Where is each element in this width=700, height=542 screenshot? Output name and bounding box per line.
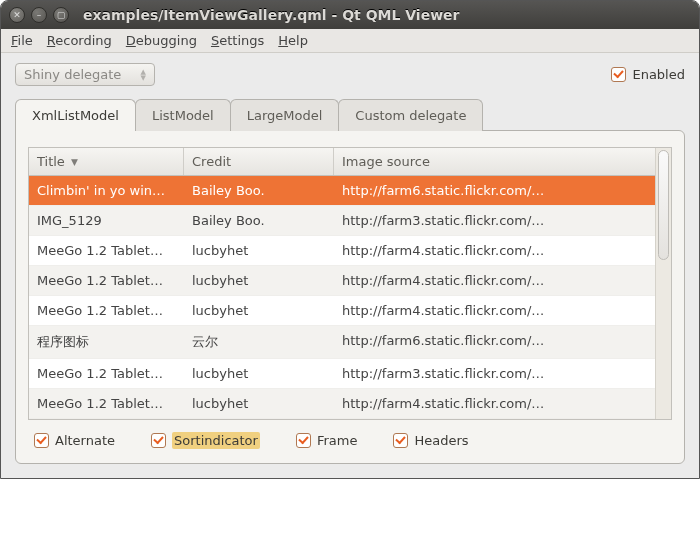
menu-settings[interactable]: Settings xyxy=(211,33,264,48)
tab-largemodel[interactable]: LargeModel xyxy=(230,99,340,131)
check-icon xyxy=(151,433,166,448)
header-credit[interactable]: Credit xyxy=(184,148,334,175)
combobox-arrows-icon: ▲▼ xyxy=(141,69,146,81)
cell-credit: 云尔 xyxy=(184,326,334,358)
menu-recording[interactable]: Recording xyxy=(47,33,112,48)
table-row[interactable]: IMG_5129Bailey Boo.http://farm3.static.f… xyxy=(29,206,655,236)
table-row[interactable]: 程序图标云尔http://farm6.static.flickr.com/… xyxy=(29,326,655,359)
tab-strip: XmlListModel ListModel LargeModel Custom… xyxy=(15,98,685,130)
cell-title: MeeGo 1.2 Tablet… xyxy=(29,359,184,388)
cell-title: IMG_5129 xyxy=(29,206,184,235)
cell-credit: lucbyhet xyxy=(184,359,334,388)
table-row[interactable]: MeeGo 1.2 Tablet…lucbyhethttp://farm4.st… xyxy=(29,389,655,419)
cell-title: MeeGo 1.2 Tablet… xyxy=(29,266,184,295)
cell-credit: lucbyhet xyxy=(184,266,334,295)
app-window: ✕ – ▢ examples/ItemViewGallery.qml - Qt … xyxy=(0,0,700,479)
sort-descending-icon: ▼ xyxy=(71,157,78,167)
cell-title: MeeGo 1.2 Tablet… xyxy=(29,389,184,418)
cell-source: http://farm3.static.flickr.com/… xyxy=(334,206,655,235)
check-icon xyxy=(611,67,626,82)
cell-title: MeeGo 1.2 Tablet… xyxy=(29,236,184,265)
window-close-button[interactable]: ✕ xyxy=(9,7,25,23)
cell-source: http://farm6.static.flickr.com/… xyxy=(334,176,655,205)
cell-credit: Bailey Boo. xyxy=(184,176,334,205)
check-icon xyxy=(393,433,408,448)
table-row[interactable]: Climbin' in yo win…Bailey Boo.http://far… xyxy=(29,176,655,206)
tab-pane: Title ▼ Credit Image source Climbin' in … xyxy=(15,130,685,464)
menu-bar: File Recording Debugging Settings Help xyxy=(1,29,699,53)
headers-checkbox[interactable]: Headers xyxy=(393,432,468,449)
window-minimize-button[interactable]: – xyxy=(31,7,47,23)
delegate-combobox-value: Shiny delegate xyxy=(24,67,121,82)
scroll-thumb[interactable] xyxy=(658,150,669,260)
table-row[interactable]: MeeGo 1.2 Tablet…lucbyhethttp://farm4.st… xyxy=(29,236,655,266)
cell-credit: Bailey Boo. xyxy=(184,206,334,235)
menu-file[interactable]: File xyxy=(11,33,33,48)
check-icon xyxy=(296,433,311,448)
cell-source: http://farm3.static.flickr.com/… xyxy=(334,359,655,388)
table-row[interactable]: MeeGo 1.2 Tablet…lucbyhethttp://farm4.st… xyxy=(29,266,655,296)
cell-source: http://farm4.static.flickr.com/… xyxy=(334,236,655,265)
tab-listmodel[interactable]: ListModel xyxy=(135,99,231,131)
cell-credit: lucbyhet xyxy=(184,236,334,265)
cell-source: http://farm4.static.flickr.com/… xyxy=(334,266,655,295)
menu-debugging[interactable]: Debugging xyxy=(126,33,197,48)
header-image-source[interactable]: Image source xyxy=(334,148,655,175)
header-title[interactable]: Title ▼ xyxy=(29,148,184,175)
enabled-checkbox[interactable]: Enabled xyxy=(611,67,685,82)
cell-credit: lucbyhet xyxy=(184,296,334,325)
tab-xmllistmodel[interactable]: XmlListModel xyxy=(15,99,136,131)
cell-source: http://farm6.static.flickr.com/… xyxy=(334,326,655,358)
check-icon xyxy=(34,433,49,448)
table-body: Climbin' in yo win…Bailey Boo.http://far… xyxy=(29,176,655,419)
table-row[interactable]: MeeGo 1.2 Tablet…lucbyhethttp://farm4.st… xyxy=(29,296,655,326)
alternate-checkbox[interactable]: Alternate xyxy=(34,432,115,449)
titlebar[interactable]: ✕ – ▢ examples/ItemViewGallery.qml - Qt … xyxy=(1,1,699,29)
frame-checkbox[interactable]: Frame xyxy=(296,432,358,449)
window-title: examples/ItemViewGallery.qml - Qt QML Vi… xyxy=(83,7,460,23)
delegate-combobox[interactable]: Shiny delegate ▲▼ xyxy=(15,63,155,86)
table-frame: Title ▼ Credit Image source Climbin' in … xyxy=(28,147,672,420)
cell-credit: lucbyhet xyxy=(184,389,334,418)
vertical-scrollbar[interactable] xyxy=(655,148,671,419)
table-row[interactable]: MeeGo 1.2 Tablet…lucbyhethttp://farm3.st… xyxy=(29,359,655,389)
enabled-label: Enabled xyxy=(632,67,685,82)
tab-customdelegate[interactable]: Custom delegate xyxy=(338,99,483,131)
cell-title: 程序图标 xyxy=(29,326,184,358)
sortindicator-checkbox[interactable]: Sortindicator xyxy=(151,432,260,449)
options-row: Alternate Sortindicator Frame Headers xyxy=(28,420,672,449)
top-toolbar: Shiny delegate ▲▼ Enabled xyxy=(1,53,699,92)
window-maximize-button[interactable]: ▢ xyxy=(53,7,69,23)
table-header-row: Title ▼ Credit Image source xyxy=(29,148,655,176)
cell-title: Climbin' in yo win… xyxy=(29,176,184,205)
cell-source: http://farm4.static.flickr.com/… xyxy=(334,296,655,325)
cell-title: MeeGo 1.2 Tablet… xyxy=(29,296,184,325)
cell-source: http://farm4.static.flickr.com/… xyxy=(334,389,655,418)
menu-help[interactable]: Help xyxy=(278,33,308,48)
